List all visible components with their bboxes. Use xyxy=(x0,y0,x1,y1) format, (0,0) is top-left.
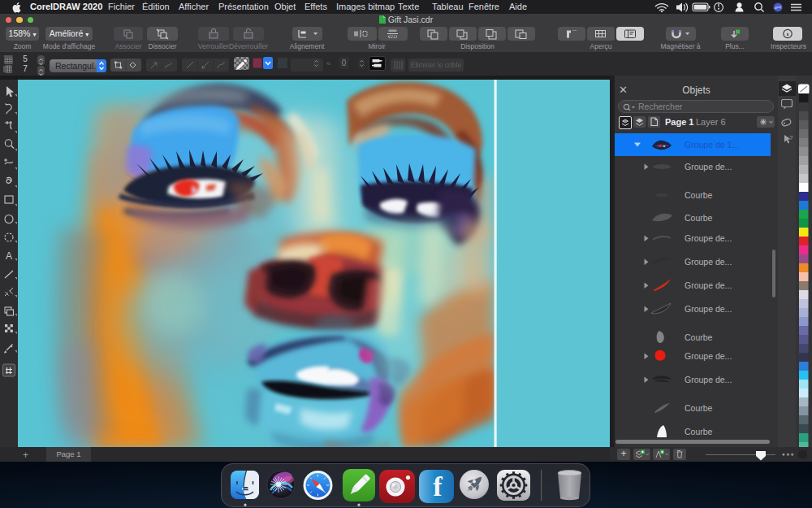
svg-text:f: f xyxy=(433,471,443,501)
svg-text:A: A xyxy=(6,250,12,262)
svg-text:?: ? xyxy=(789,134,793,141)
